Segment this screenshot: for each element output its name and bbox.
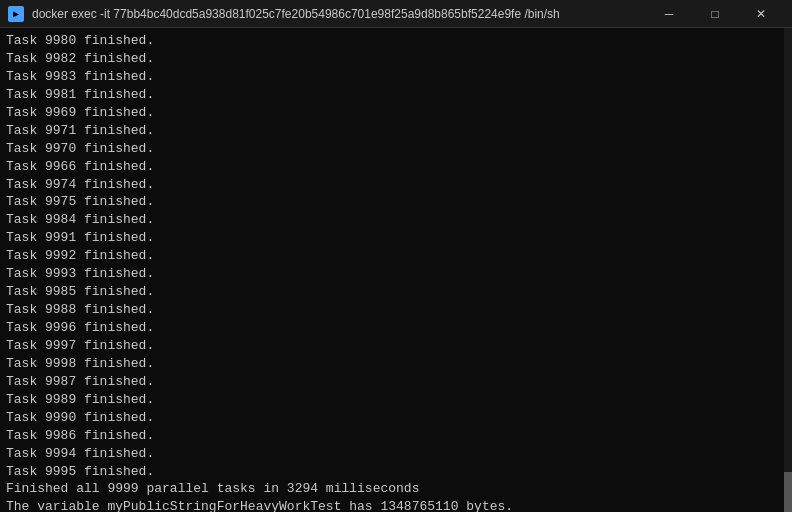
maximize-button[interactable]: □ — [692, 0, 738, 28]
terminal-line: Finished all 9999 parallel tasks in 3294… — [6, 480, 786, 498]
terminal-line: Task 9993 finished. — [6, 265, 786, 283]
terminal-line: Task 9980 finished. — [6, 32, 786, 50]
app-icon-symbol: ▶ — [13, 8, 19, 20]
terminal-line: Task 9985 finished. — [6, 283, 786, 301]
scrollbar[interactable] — [784, 28, 792, 512]
terminal-line: Task 9997 finished. — [6, 337, 786, 355]
terminal-line: Task 9996 finished. — [6, 319, 786, 337]
minimize-button[interactable]: ─ — [646, 0, 692, 28]
close-button[interactable]: ✕ — [738, 0, 784, 28]
terminal-line: Task 9982 finished. — [6, 50, 786, 68]
terminal-line: Task 9994 finished. — [6, 445, 786, 463]
terminal-line: Task 9989 finished. — [6, 391, 786, 409]
terminal-line: Task 9986 finished. — [6, 427, 786, 445]
terminal-line: Task 9988 finished. — [6, 301, 786, 319]
terminal-line: Task 9992 finished. — [6, 247, 786, 265]
terminal-line: Task 9990 finished. — [6, 409, 786, 427]
terminal-line: Task 9991 finished. — [6, 229, 786, 247]
app-icon: ▶ — [8, 6, 24, 22]
terminal-line: Task 9983 finished. — [6, 68, 786, 86]
window: ▶ docker exec -it 77bb4bc40dcd5a938d81f0… — [0, 0, 792, 512]
terminal-line: Task 9987 finished. — [6, 373, 786, 391]
terminal-output: Task 9980 finished.Task 9982 finished.Ta… — [0, 28, 792, 512]
terminal-line: Task 9971 finished. — [6, 122, 786, 140]
terminal-line: Task 9966 finished. — [6, 158, 786, 176]
terminal-line: Task 9981 finished. — [6, 86, 786, 104]
terminal-line: Task 9975 finished. — [6, 193, 786, 211]
window-controls: ─ □ ✕ — [646, 0, 784, 28]
terminal-line: Task 9984 finished. — [6, 211, 786, 229]
terminal-line: Task 9998 finished. — [6, 355, 786, 373]
terminal-line: Task 9970 finished. — [6, 140, 786, 158]
scrollbar-thumb[interactable] — [784, 472, 792, 512]
terminal-line: Task 9969 finished. — [6, 104, 786, 122]
terminal-line: Task 9995 finished. — [6, 463, 786, 481]
terminal-line: Task 9974 finished. — [6, 176, 786, 194]
window-title: docker exec -it 77bb4bc40dcd5a938d81f025… — [32, 7, 646, 21]
terminal-line: The variable myPublicStringForHeavyWorkT… — [6, 498, 786, 512]
title-bar: ▶ docker exec -it 77bb4bc40dcd5a938d81f0… — [0, 0, 792, 28]
